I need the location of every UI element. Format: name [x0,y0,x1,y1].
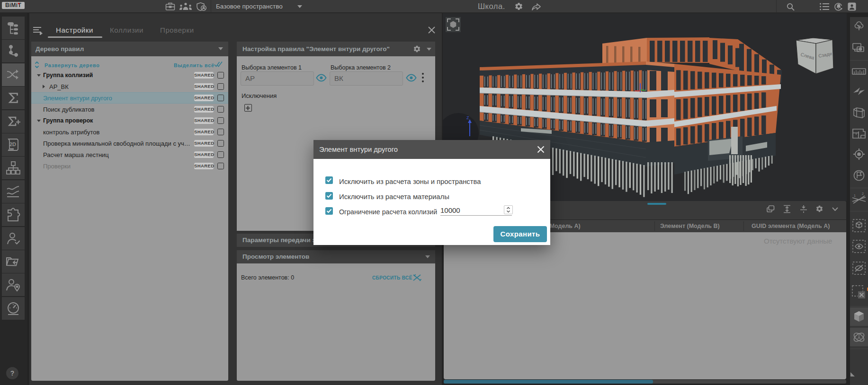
svg-text:2: 2 [862,192,864,195]
svg-text:2D: 2D [9,141,16,147]
svg-text:Z: Z [466,115,469,120]
svg-text:1: 1 [854,194,856,197]
